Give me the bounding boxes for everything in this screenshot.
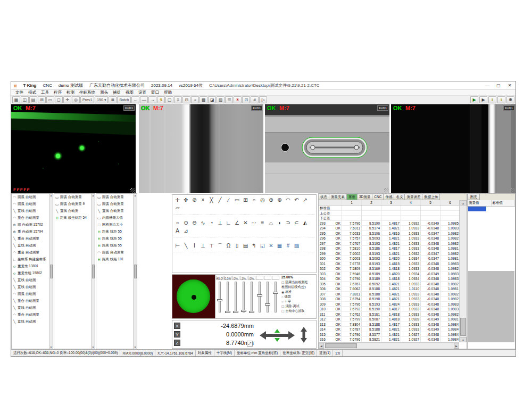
- table-row[interactable]: 300OK7.60038.50931.48201.0934-0.03471.09…: [319, 256, 459, 261]
- list-item[interactable]: □网格测点大小: [96, 221, 133, 228]
- camera-view-4[interactable]: OK M:7 F=D1: [391, 104, 516, 193]
- toolbar-list-view[interactable]: ≣: [109, 96, 117, 103]
- selected-element-bar[interactable]: [468, 207, 486, 211]
- table-row[interactable]: 293OK7.57968.51901.48171.0932-0.03491.09…: [319, 221, 459, 226]
- list-item[interactable]: ╲直线 自动测: [12, 208, 49, 215]
- toolbar-run-all[interactable]: ▶: [479, 96, 487, 103]
- slider-track[interactable]: [251, 282, 253, 312]
- light-slider-0[interactable]: 40.0%: [216, 276, 223, 317]
- axis-x-icon[interactable]: X: [174, 323, 180, 329]
- tool-segment-icon[interactable]: ⌓: [267, 219, 275, 227]
- tool-target-point-icon[interactable]: ✜: [182, 196, 190, 204]
- list-item[interactable]: ◠圆弧 自动测: [12, 291, 49, 298]
- toolbar-run-program[interactable]: ▶: [470, 96, 478, 103]
- resize-grip-icon[interactable]: [384, 188, 389, 193]
- tool-circle-pattern-icon[interactable]: ⊛: [276, 196, 284, 204]
- table-row[interactable]: 304OK7.67968.51891.48181.0934-0.03481.09…: [319, 276, 459, 282]
- list-item[interactable]: ╲直线 自动测: [12, 304, 49, 311]
- tool-no-fit-icon[interactable]: ⊘: [190, 196, 198, 204]
- list-item[interactable]: Ｈ距离 线距 55: [96, 235, 133, 242]
- toolbar-menu-lines[interactable]: ☰: [225, 96, 233, 103]
- slider-thumb[interactable]: [225, 311, 230, 313]
- toolbar-nav-left[interactable]: ←: [131, 96, 139, 103]
- tool-copy-region-icon[interactable]: ◱: [259, 242, 267, 250]
- tool-arc-measure-icon[interactable]: ⌒: [216, 242, 224, 250]
- tool-label-icon[interactable]: A: [173, 227, 181, 235]
- tool-layers-icon[interactable]: ▤: [242, 242, 250, 250]
- tool-cone-icon[interactable]: ◭: [301, 219, 309, 227]
- measurement-list-2[interactable]: ▭圆弧 自动测量▭圆弧 自动测量 9╲直线 自动测Ｈ距离 极坐标距 54 ▲▼: [54, 193, 95, 349]
- table-row[interactable]: 314OK7.67878.51881.48211.0933-0.03491.09…: [319, 327, 459, 332]
- slider-track[interactable]: [227, 282, 229, 312]
- toolbar-nav-dash[interactable]: —: [140, 96, 148, 103]
- toolbar-pause[interactable]: ‖: [488, 96, 496, 103]
- toolbar-parallel-lines[interactable]: ≡: [174, 96, 182, 103]
- menu-item-5[interactable]: 坐标系统: [77, 90, 97, 95]
- light-slider-1[interactable]: 0.0%: [224, 276, 231, 317]
- table-tab-1[interactable]: 测量元素: [329, 194, 347, 200]
- light-option-3[interactable]: ○缝隙: [281, 294, 315, 299]
- measurement-list-3[interactable]: ▭圆弧 自动测量▭圆弧 自动测量╲直线 自动测量▭内圆槽最大值□网格测点大小Ｈ距…: [96, 193, 137, 349]
- list-item[interactable]: ◠重合 自动测量: [12, 249, 49, 256]
- table-row[interactable]: 316OK7.67968.58211.48211.0927-0.03481.09…: [319, 337, 459, 342]
- toolbar-snap-grid[interactable]: #: [251, 96, 259, 103]
- menu-item-7[interactable]: 捕捉: [111, 90, 123, 95]
- tool-rectangle-icon[interactable]: ▭: [233, 196, 241, 204]
- toolbar-roi-square[interactable]: ◻: [55, 96, 63, 103]
- tool-cross-lines-icon[interactable]: ╳: [207, 196, 215, 204]
- light-option-6[interactable]: ☐自动中心抓取: [281, 309, 315, 314]
- list-item[interactable]: ▭圆弧 自动测量: [54, 194, 91, 201]
- table-vertical-scrollbar[interactable]: ▲ ▼: [459, 200, 467, 342]
- slider-track[interactable]: [243, 282, 245, 312]
- tool-top-datum-icon[interactable]: ⊤: [207, 242, 215, 250]
- tool-half-circle-icon[interactable]: ◗: [276, 219, 284, 227]
- toolbar-laser-trigger[interactable]: ↯: [157, 96, 165, 103]
- toolbar-tools-star[interactable]: ✱: [506, 96, 514, 103]
- tool-point-circle-icon[interactable]: ⊙: [182, 219, 190, 227]
- list-item[interactable]: ╲重合 自动测量: [12, 235, 49, 242]
- tool-angle-icon[interactable]: ∠: [233, 219, 241, 227]
- slider-thumb[interactable]: [249, 311, 254, 313]
- tool-minus-circle-icon[interactable]: ⊖: [190, 219, 198, 227]
- list-item[interactable]: ╲直线 自动测量: [96, 208, 133, 215]
- toolbar-view-grid[interactable]: ▦: [12, 96, 20, 103]
- radio-icon[interactable]: ○: [281, 300, 284, 303]
- toolbar-center-point[interactable]: ⊡: [242, 96, 250, 103]
- tool-width-icon[interactable]: Ⅰ: [190, 242, 198, 250]
- toolbar-mask-box[interactable]: ◪: [208, 96, 216, 103]
- tool-hatch-icon[interactable]: ▨: [293, 242, 301, 250]
- tool-line-icon[interactable]: ╱: [216, 196, 224, 204]
- scroll-down-icon[interactable]: ▼: [460, 337, 467, 342]
- scroll-thumb[interactable]: [325, 343, 357, 348]
- table-row[interactable]: 303OK7.59468.51891.48201.0934-0.03491.09…: [319, 271, 459, 277]
- ring-light-preview[interactable]: [172, 275, 215, 318]
- tool-right-angle-icon[interactable]: ∟: [225, 219, 232, 227]
- tool-slot-icon[interactable]: ▱: [173, 204, 181, 212]
- toolbar-crosshair-tool[interactable]: ✛: [63, 96, 71, 103]
- tool-mesh-icon[interactable]: ▦: [276, 242, 284, 250]
- toolbar-view-rows[interactable]: ▤: [29, 96, 37, 103]
- tool-circle-center-icon[interactable]: ⊕: [267, 196, 275, 204]
- menu-item-2[interactable]: 工具: [39, 90, 51, 95]
- rp-column-0[interactable]: 测量值: [468, 200, 492, 206]
- scroll-up-icon[interactable]: ▲: [460, 200, 467, 205]
- toolbar-pause-alt[interactable]: ‖: [497, 96, 505, 103]
- scroll-thumb[interactable]: [50, 265, 53, 278]
- tool-height-gauge-icon[interactable]: ⊢: [173, 242, 181, 250]
- tool-arc-ccw-icon[interactable]: ↶: [293, 196, 301, 204]
- list-item[interactable]: ⊕圆 自动测 15702: [12, 221, 49, 228]
- axis-y-icon[interactable]: Y: [174, 331, 180, 337]
- tool-point-set-icon[interactable]: ⋯: [250, 219, 258, 227]
- menu-item-0[interactable]: 文件: [13, 90, 26, 95]
- close-button[interactable]: ✕: [506, 83, 513, 88]
- checkbox-icon[interactable]: ☐: [281, 304, 284, 308]
- camera-view-2[interactable]: OK M:7 F=D1: [139, 104, 263, 193]
- z-jog-arrows-icon[interactable]: [299, 326, 309, 344]
- maximize-button[interactable]: ▢: [495, 83, 502, 88]
- list-item[interactable]: ◠圆弧 自动测: [12, 201, 49, 208]
- xy-jog-arrows-icon[interactable]: [259, 327, 296, 344]
- menu-item-11[interactable]: 帮助: [162, 90, 174, 95]
- slider-thumb[interactable]: [273, 292, 278, 294]
- resize-grip-icon[interactable]: [510, 188, 515, 193]
- list-item[interactable]: Ｈ距离 线距 101: [96, 256, 133, 263]
